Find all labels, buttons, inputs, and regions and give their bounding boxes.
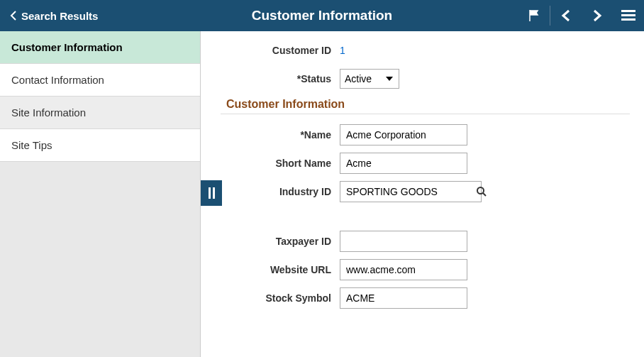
name-input[interactable]: [340, 124, 467, 145]
page-title: Customer Information: [252, 8, 392, 23]
svg-line-4: [483, 193, 486, 196]
sidebar-item-customer-information[interactable]: Customer Information: [0, 31, 200, 64]
industry-id-lookup: [340, 181, 482, 202]
taxpayer-id-input[interactable]: [340, 231, 467, 252]
industry-id-label: Industry ID: [221, 186, 340, 197]
website-url-input[interactable]: [340, 259, 467, 280]
customer-id-value: 1: [340, 45, 345, 56]
short-name-label: Short Name: [221, 158, 340, 169]
sidebar-item-label: Contact Information: [11, 74, 104, 86]
industry-id-input[interactable]: [340, 182, 476, 202]
flag-icon[interactable]: [518, 0, 550, 31]
stock-symbol-input[interactable]: [340, 287, 467, 309]
sidebar: Customer Information Contact Information…: [0, 31, 201, 357]
chevron-left-icon: [10, 11, 17, 21]
prev-button[interactable]: [550, 0, 582, 31]
svg-rect-1: [621, 14, 635, 16]
next-button[interactable]: [582, 0, 613, 31]
section-title: Customer Information: [221, 98, 630, 111]
short-name-input[interactable]: [340, 153, 467, 174]
status-label: *Status: [221, 73, 340, 84]
industry-id-lookup-button[interactable]: [476, 182, 487, 202]
status-select[interactable]: Active: [340, 69, 399, 89]
back-label: Search Results: [21, 10, 98, 22]
stock-symbol-label: Stock Symbol: [221, 292, 340, 304]
search-icon: [476, 186, 487, 197]
sidebar-item-label: Site Tips: [11, 139, 52, 151]
header-bar: Search Results Customer Information: [0, 0, 644, 31]
svg-rect-0: [621, 10, 635, 12]
sidebar-item-contact-information[interactable]: Contact Information: [0, 64, 200, 97]
section-divider: [221, 114, 630, 114]
sidebar-item-site-information[interactable]: Site Information: [0, 97, 200, 129]
menu-icon[interactable]: [613, 0, 644, 31]
sidebar-collapse-handle[interactable]: [201, 180, 222, 206]
main-content: Customer ID 1 *Status Active Customer In…: [201, 31, 644, 357]
header-actions: [518, 0, 644, 31]
sidebar-item-site-tips[interactable]: Site Tips: [0, 129, 200, 162]
pause-icon: [209, 187, 215, 199]
back-button[interactable]: Search Results: [0, 0, 108, 31]
svg-rect-2: [621, 18, 635, 21]
svg-point-3: [477, 187, 484, 194]
name-label: *Name: [221, 129, 340, 141]
sidebar-item-label: Site Information: [11, 106, 86, 119]
taxpayer-id-label: Taxpayer ID: [221, 236, 340, 247]
sidebar-item-label: Customer Information: [11, 41, 123, 53]
website-url-label: Website URL: [221, 264, 340, 275]
customer-id-label: Customer ID: [221, 45, 340, 56]
